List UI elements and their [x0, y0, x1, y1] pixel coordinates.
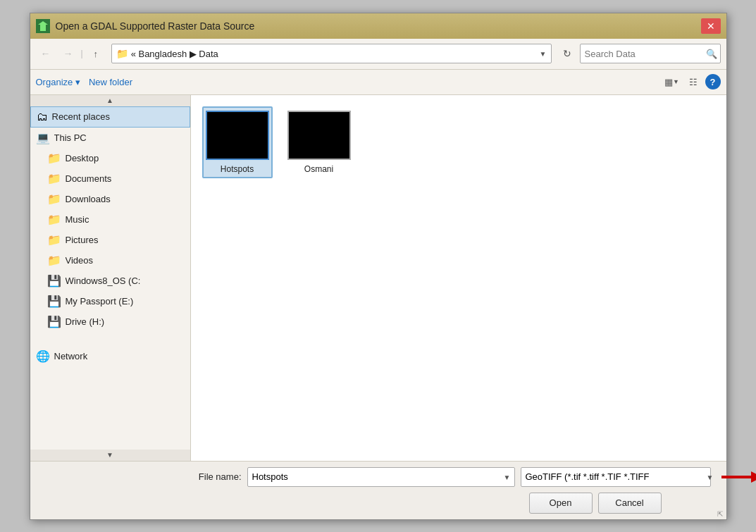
- videos-label: Videos: [66, 255, 94, 266]
- title-bar-left: Open a GDAL Supported Raster Data Source: [36, 19, 255, 33]
- sidebar-item-windows8-os[interactable]: 💾 Windows8_OS (C:: [30, 271, 190, 291]
- network-label: Network: [54, 351, 88, 361]
- osmani-thumbnail: [287, 111, 351, 160]
- videos-icon: 📁: [47, 254, 61, 267]
- address-text: « Bangladesh ▶ Data: [131, 49, 537, 59]
- up-button[interactable]: ↑: [86, 44, 106, 63]
- my-passport-icon: 💾: [47, 295, 61, 308]
- filename-label-text: File name:: [185, 471, 242, 482]
- layout-icon: ☷: [689, 77, 698, 87]
- sidebar: ▲ 🗂 Recent places 💻 This PC 📁 Desktop: [30, 95, 191, 461]
- search-icon: 🔍: [706, 49, 717, 59]
- sidebar-item-my-passport[interactable]: 💾 My Passport (E:): [30, 291, 190, 311]
- recent-places-label: Recent places: [52, 111, 110, 122]
- sidebar-item-this-pc[interactable]: 💻 This PC: [30, 128, 190, 148]
- filename-dropdown-wrapper: Hotspots ▼: [247, 467, 515, 487]
- help-button[interactable]: ?: [705, 74, 721, 89]
- this-pc-label: This PC: [54, 132, 87, 143]
- open-button[interactable]: Open: [529, 493, 593, 514]
- filetype-wrapper: GeoTIFF (*.tif *.tiff *.TIF *.TIFF ▼: [521, 467, 718, 487]
- sidebar-item-music[interactable]: 📁 Music: [30, 209, 190, 230]
- windows8-os-label: Windows8_OS (C:: [66, 276, 141, 286]
- filename-select[interactable]: Hotspots: [247, 467, 515, 487]
- desktop-label: Desktop: [66, 153, 99, 163]
- cancel-button[interactable]: Cancel: [598, 493, 662, 514]
- file-item-osmani[interactable]: Osmani: [284, 106, 354, 178]
- main-content: ▲ 🗂 Recent places 💻 This PC 📁 Desktop: [30, 95, 726, 461]
- organize-button[interactable]: Organize ▾: [36, 77, 80, 87]
- sidebar-item-documents[interactable]: 📁 Documents: [30, 168, 190, 189]
- documents-label: Documents: [66, 173, 112, 184]
- music-label: Music: [66, 214, 89, 225]
- sidebar-item-network[interactable]: 🌐 Network: [30, 346, 190, 366]
- downloads-icon: 📁: [47, 192, 61, 206]
- drive-h-icon: 💾: [47, 315, 61, 328]
- red-arrow: [721, 467, 757, 487]
- sidebar-item-downloads[interactable]: 📁 Downloads: [30, 189, 190, 209]
- music-icon: 📁: [47, 213, 61, 226]
- hotspots-thumbnail: [206, 111, 269, 160]
- network-icon: 🌐: [36, 349, 50, 363]
- sidebar-scroll-down[interactable]: ▼: [30, 450, 190, 461]
- action-bar: Organize ▾ New folder ▦ ▼ ☷ ?: [30, 70, 726, 95]
- sidebar-scroll-area: 🗂 Recent places 💻 This PC 📁 Desktop 📁 Do…: [30, 106, 190, 450]
- filename-row: File name: Hotspots ▼ GeoTIFF (*.tif *.t…: [39, 467, 718, 487]
- osmani-label: Osmani: [304, 164, 333, 174]
- new-folder-button[interactable]: New folder: [89, 77, 132, 87]
- sidebar-item-pictures[interactable]: 📁 Pictures: [30, 230, 190, 250]
- dialog-title: Open a GDAL Supported Raster Data Source: [56, 20, 255, 32]
- action-buttons-row: Open Cancel: [39, 493, 718, 514]
- sidebar-item-recent-places[interactable]: 🗂 Recent places: [30, 106, 190, 128]
- close-button[interactable]: ✕: [701, 18, 721, 34]
- file-item-hotspots[interactable]: Hotspots: [202, 106, 273, 178]
- search-input[interactable]: [585, 49, 703, 59]
- title-bar: Open a GDAL Supported Raster Data Source…: [30, 13, 726, 39]
- layout-button[interactable]: ☷: [684, 73, 702, 90]
- view-toggle-button[interactable]: ▦ ▼: [663, 73, 681, 90]
- app-icon: [36, 19, 50, 33]
- bottom-bar: File name: Hotspots ▼ GeoTIFF (*.tif *.t…: [30, 461, 726, 519]
- svg-marker-3: [751, 471, 757, 483]
- forward-button[interactable]: →: [58, 44, 78, 63]
- sidebar-spacer: [30, 332, 190, 346]
- my-passport-label: My Passport (E:): [66, 296, 134, 307]
- downloads-label: Downloads: [66, 194, 111, 204]
- desktop-icon: 📁: [47, 151, 61, 165]
- address-bar[interactable]: 📁 « Bangladesh ▶ Data ▼: [111, 44, 552, 63]
- sidebar-item-videos[interactable]: 📁 Videos: [30, 250, 190, 271]
- pictures-icon: 📁: [47, 233, 61, 247]
- organize-label: Organize ▾: [36, 77, 80, 87]
- pictures-label: Pictures: [66, 235, 99, 245]
- back-button[interactable]: ←: [36, 44, 56, 63]
- sidebar-scroll-up[interactable]: ▲: [30, 95, 190, 106]
- sidebar-item-drive-h[interactable]: 💾 Drive (H:): [30, 311, 190, 332]
- refresh-button[interactable]: ↻: [557, 44, 577, 63]
- recent-places-icon: 🗂: [37, 111, 48, 123]
- windows8-os-icon: 💾: [47, 274, 61, 287]
- file-area: Hotspots Osmani: [191, 95, 726, 461]
- main-dialog: Open a GDAL Supported Raster Data Source…: [30, 13, 727, 520]
- sidebar-item-desktop[interactable]: 📁 Desktop: [30, 148, 190, 168]
- address-dropdown-button[interactable]: ▼: [540, 50, 547, 58]
- view-controls: ▦ ▼ ☷ ?: [663, 73, 721, 90]
- help-label: ?: [710, 77, 716, 87]
- view-dropdown-arrow: ▼: [673, 78, 679, 85]
- this-pc-icon: 💻: [36, 131, 50, 144]
- navigation-toolbar: ← → | ↑ 📁 « Bangladesh ▶ Data ▼ ↻ 🔍: [30, 39, 726, 70]
- documents-icon: 📁: [47, 172, 61, 185]
- resize-handle[interactable]: ⇱: [717, 510, 724, 517]
- search-bar[interactable]: 🔍: [580, 44, 721, 63]
- nav-separator: |: [81, 49, 83, 58]
- view-icon: ▦: [664, 77, 673, 87]
- hotspots-label: Hotspots: [221, 164, 254, 174]
- filetype-select[interactable]: GeoTIFF (*.tif *.tiff *.TIF *.TIFF: [521, 467, 711, 487]
- new-folder-label: New folder: [89, 77, 132, 87]
- folder-icon: 📁: [116, 48, 128, 59]
- drive-h-label: Drive (H:): [66, 316, 105, 327]
